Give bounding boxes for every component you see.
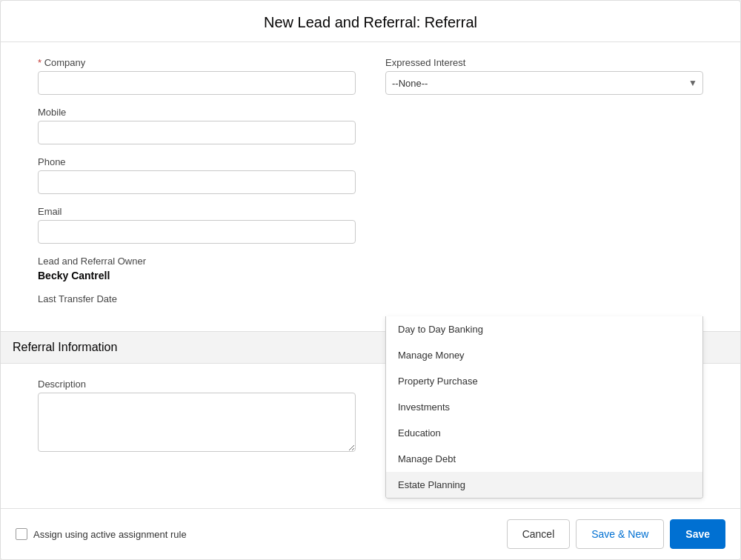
form-col-left-1: Company Mobile Phone Email Lead and Refe… [38, 57, 356, 316]
description-textarea[interactable] [38, 393, 356, 452]
footer-right: Cancel Save & New Save [507, 519, 725, 549]
email-input[interactable] [38, 220, 356, 244]
form-col-right-1: Expressed Interest --None-- Day to Day B… [385, 57, 703, 316]
phone-label: Phone [38, 156, 356, 167]
phone-group: Phone [38, 156, 356, 194]
modal-header: New Lead and Referral: Referral [1, 1, 740, 42]
lead-owner-label: Lead and Referral Owner [38, 256, 356, 267]
email-group: Email [38, 206, 356, 244]
mobile-group: Mobile [38, 107, 356, 144]
form-row-1: Company Mobile Phone Email Lead and Refe… [38, 57, 703, 316]
dropdown-item-3[interactable]: Investments [386, 394, 702, 420]
save-button[interactable]: Save [670, 519, 725, 549]
company-input[interactable] [38, 71, 356, 95]
company-label: Company [38, 57, 356, 68]
assignment-rule-text: Assign using active assignment rule [33, 529, 187, 540]
expressed-interest-dropdown: Day to Day Banking Manage Money Property… [385, 316, 703, 499]
footer-left: Assign using active assignment rule [16, 528, 187, 540]
modal-title: New Lead and Referral: Referral [16, 14, 725, 31]
company-group: Company [38, 57, 356, 95]
expressed-interest-group: Expressed Interest --None-- Day to Day B… [385, 57, 703, 95]
assignment-rule-checkbox[interactable] [16, 528, 27, 540]
last-transfer-label: Last Transfer Date [38, 293, 356, 304]
expressed-interest-wrapper: --None-- Day to Day Banking Manage Money… [385, 71, 703, 95]
dropdown-item-5[interactable]: Manage Debt [386, 446, 702, 472]
modal-footer: Assign using active assignment rule Canc… [1, 508, 740, 559]
description-group: Description [38, 379, 356, 455]
dropdown-item-2[interactable]: Property Purchase [386, 368, 702, 394]
assignment-rule-label[interactable]: Assign using active assignment rule [16, 528, 187, 540]
modal-body: Company Mobile Phone Email Lead and Refe… [1, 42, 740, 508]
last-transfer-group: Last Transfer Date [38, 293, 356, 304]
dropdown-item-6[interactable]: Estate Planning [386, 472, 702, 498]
mobile-label: Mobile [38, 107, 356, 118]
dropdown-item-0[interactable]: Day to Day Banking [386, 316, 702, 342]
lead-owner-value: Becky Cantrell [38, 270, 356, 281]
phone-input[interactable] [38, 170, 356, 194]
cancel-button[interactable]: Cancel [507, 519, 571, 549]
form-col-left-2: Description [38, 379, 356, 467]
expressed-interest-label: Expressed Interest [385, 57, 703, 68]
email-label: Email [38, 206, 356, 217]
dropdown-item-4[interactable]: Education [386, 420, 702, 446]
modal-container: New Lead and Referral: Referral Company … [0, 0, 741, 560]
dropdown-scroll-area[interactable]: Day to Day Banking Manage Money Property… [386, 316, 702, 498]
lead-owner-group: Lead and Referral Owner Becky Cantrell [38, 256, 356, 281]
expressed-interest-select[interactable]: --None-- Day to Day Banking Manage Money… [385, 71, 703, 95]
description-label: Description [38, 379, 356, 390]
mobile-input[interactable] [38, 121, 356, 144]
dropdown-item-1[interactable]: Manage Money [386, 342, 702, 368]
save-new-button[interactable]: Save & New [576, 519, 664, 549]
